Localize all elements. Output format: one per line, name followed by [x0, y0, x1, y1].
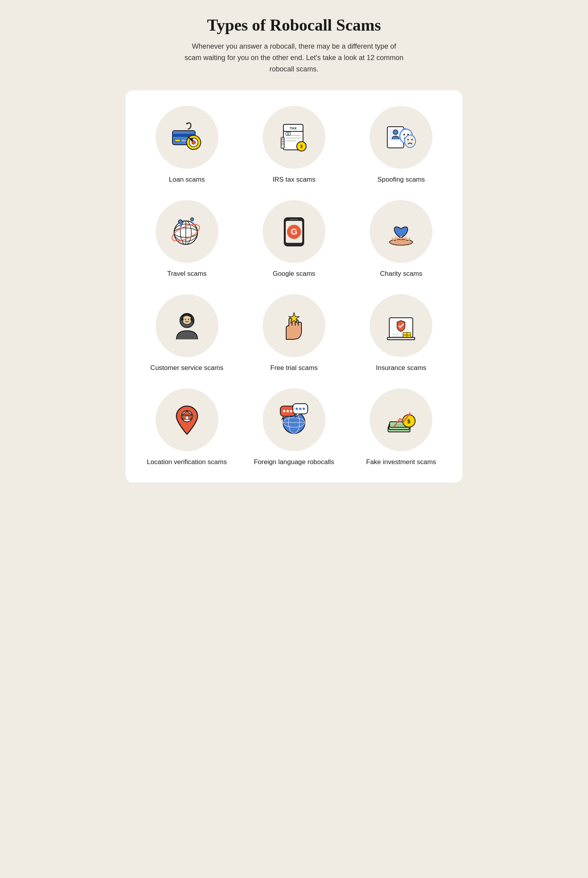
insurance-icon	[379, 304, 423, 347]
loan-icon	[165, 116, 209, 159]
svg-rect-2	[175, 139, 180, 142]
page-title: Types of Robocall Scams	[125, 16, 463, 35]
svg-text:$: $	[407, 418, 410, 424]
scam-item-charity: Charity scams	[352, 200, 451, 279]
travel-icon	[165, 210, 209, 253]
icon-circle-irs: TAX $ $	[263, 106, 325, 169]
freetrial-icon	[272, 304, 316, 347]
icon-circle-freetrial	[263, 294, 325, 357]
svg-point-41	[191, 218, 194, 221]
scam-label-insurance: Insurance scams	[376, 363, 426, 373]
irs-icon: TAX $ $	[272, 116, 316, 159]
icon-circle-loan	[156, 106, 218, 169]
icon-circle-travel	[156, 200, 218, 263]
scams-card: Loan scams TAX $	[125, 90, 463, 482]
svg-rect-64	[185, 416, 189, 419]
svg-rect-21	[281, 137, 284, 148]
svg-rect-51	[181, 318, 183, 321]
scam-item-foreign: Foreign language robocalls	[244, 388, 343, 467]
icon-circle-foreign	[263, 388, 325, 451]
svg-rect-3	[182, 140, 185, 141]
svg-point-72	[290, 410, 292, 412]
scam-label-customer: Customer service scams	[151, 363, 223, 373]
icon-circle-google: G	[263, 200, 325, 263]
svg-point-49	[185, 319, 186, 320]
svg-point-29	[403, 134, 405, 135]
svg-point-40	[178, 220, 182, 224]
svg-point-75	[299, 408, 301, 410]
svg-rect-60	[387, 337, 415, 340]
svg-point-76	[303, 408, 305, 410]
svg-point-74	[296, 408, 298, 410]
scam-item-customer: Customer service scams	[137, 294, 236, 373]
scam-item-insurance: Insurance scams	[352, 294, 451, 373]
svg-point-71	[287, 410, 289, 412]
page-subtitle: Whenever you answer a robocall, there ma…	[184, 41, 404, 75]
scam-item-investment: $ Fake investment scams	[352, 388, 451, 467]
svg-text:G: G	[290, 227, 297, 237]
spoofing-icon	[379, 116, 423, 159]
scam-label-irs: IRS tax scams	[272, 175, 316, 184]
scam-item-spoofing: Spoofing scams	[352, 106, 451, 184]
scam-item-google: G Google scams	[244, 200, 343, 279]
scams-grid: Loan scams TAX $	[137, 106, 451, 466]
scam-label-loan: Loan scams	[169, 175, 205, 184]
icon-circle-location	[156, 388, 218, 451]
page-header: Types of Robocall Scams Whenever you ans…	[125, 16, 463, 75]
icon-circle-charity	[370, 200, 432, 263]
scam-item-loan: Loan scams	[137, 106, 236, 184]
scam-label-google: Google scams	[273, 269, 316, 279]
foreign-icon	[272, 398, 316, 441]
svg-text:$: $	[287, 133, 289, 135]
svg-point-70	[283, 410, 285, 412]
svg-point-31	[405, 135, 416, 148]
scam-label-foreign: Foreign language robocalls	[254, 457, 334, 467]
scam-item-freetrial: Free trial scams	[244, 294, 343, 373]
scam-label-travel: Travel scams	[167, 269, 206, 279]
scam-label-charity: Charity scams	[380, 269, 422, 279]
location-icon	[165, 398, 209, 441]
svg-point-50	[188, 319, 189, 320]
google-icon: G	[272, 210, 316, 253]
scam-label-location: Location verification scams	[147, 457, 227, 467]
svg-point-27	[393, 130, 398, 135]
svg-rect-44	[290, 219, 298, 220]
icon-circle-spoofing	[370, 106, 432, 169]
svg-point-32	[408, 139, 409, 141]
scam-label-freetrial: Free trial scams	[270, 363, 318, 373]
icon-circle-insurance	[370, 294, 432, 357]
scam-label-spoofing: Spoofing scams	[377, 175, 425, 184]
svg-point-5	[186, 123, 188, 124]
investment-icon: $	[379, 398, 423, 441]
charity-icon	[379, 210, 423, 253]
svg-point-33	[412, 139, 413, 141]
scam-item-location: Location verification scams	[137, 388, 236, 467]
customer-icon	[165, 304, 209, 347]
icon-circle-customer	[156, 294, 218, 357]
svg-text:TAX: TAX	[290, 126, 296, 130]
icon-circle-investment: $	[370, 388, 432, 451]
svg-text:$: $	[300, 144, 303, 149]
scam-item-travel: Travel scams	[137, 200, 236, 279]
scam-item-irs: TAX $ $ IRS tax	[244, 106, 343, 184]
scam-label-investment: Fake investment scams	[366, 457, 436, 467]
